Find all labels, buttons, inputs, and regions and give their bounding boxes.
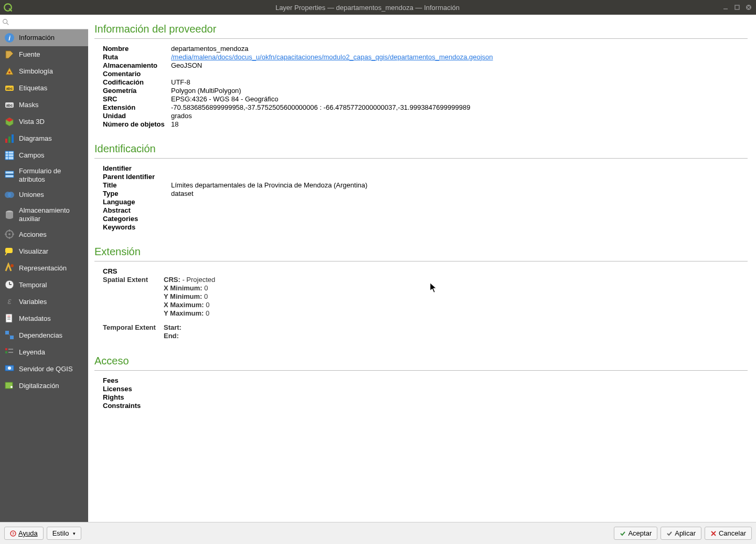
masks-icon: abc xyxy=(4,100,15,110)
svg-line-7 xyxy=(7,23,9,25)
label-type: Type xyxy=(103,190,171,197)
style-button[interactable]: Estilo ▾ xyxy=(47,527,82,540)
accept-button[interactable]: Aceptar xyxy=(614,527,657,540)
close-button[interactable] xyxy=(744,3,753,12)
svg-point-10 xyxy=(8,71,10,74)
label-crs: CRS xyxy=(103,267,171,275)
label-ruta: Ruta xyxy=(103,53,171,61)
sidebar-item-label: Almacenamiento auxiliar xyxy=(19,206,84,223)
sidebar-item-vista3d[interactable]: Vista 3D xyxy=(0,113,88,130)
value-unidad: grados xyxy=(171,112,192,120)
divider xyxy=(94,158,748,159)
sidebar-item-temporal[interactable]: Temporal xyxy=(0,276,88,293)
value-numobj: 18 xyxy=(171,120,178,128)
label-title: Title xyxy=(103,181,171,189)
sidebar-item-label: Uniones xyxy=(19,191,44,199)
sidebar-item-almacenamiento[interactable]: Almacenamiento auxiliar xyxy=(0,203,88,226)
sidebar-item-fuente[interactable]: Fuente xyxy=(0,46,88,63)
sidebar-item-formulario[interactable]: Formulario de atributos xyxy=(0,164,88,186)
sidebar-item-label: Masks xyxy=(19,101,39,109)
label-categories: Categories xyxy=(103,215,171,223)
svg-rect-47 xyxy=(5,351,7,353)
sidebar-item-label: Información xyxy=(19,34,55,42)
sidebar-item-etiquetas[interactable]: abc Etiquetas xyxy=(0,80,88,97)
sidebar-item-campos[interactable]: Campos xyxy=(0,147,88,164)
sidebar-item-informacion[interactable]: i Información xyxy=(0,29,88,46)
label-ymin: Y Minimum: xyxy=(164,292,202,300)
sidebar: i Información Fuente Simbología abc Etiq… xyxy=(0,15,88,522)
value-codificacion: UTF-8 xyxy=(171,78,190,86)
fields-icon xyxy=(4,150,15,161)
label-numobj: Número de objetos xyxy=(103,120,171,128)
sidebar-item-label: Simbología xyxy=(19,67,53,76)
label-temporal-extent: Temporal Extent xyxy=(103,323,164,340)
value-almacenamiento: GeoJSON xyxy=(171,61,202,69)
sidebar-item-metadatos[interactable]: Metadatos xyxy=(0,310,88,327)
svg-rect-16 xyxy=(8,137,10,143)
footer: ? Ayuda Estilo ▾ Aceptar Aplicar Cancela… xyxy=(0,522,756,544)
source-icon xyxy=(4,49,15,60)
section-title-extent: Extensión xyxy=(94,246,748,258)
info-icon: i xyxy=(4,33,15,43)
qgis-logo-icon xyxy=(3,3,13,12)
sidebar-item-dependencias[interactable]: Dependencias xyxy=(0,327,88,343)
sidebar-item-servidor[interactable]: Servidor de QGIS xyxy=(0,360,88,377)
sidebar-item-label: Etiquetas xyxy=(19,84,47,92)
sidebar-item-leyenda[interactable]: Leyenda xyxy=(0,343,88,360)
label-licenses: Licenses xyxy=(103,385,171,393)
help-button[interactable]: ? Ayuda xyxy=(4,527,44,540)
svg-rect-17 xyxy=(12,134,14,143)
sidebar-item-label: Dependencias xyxy=(19,331,62,340)
maximize-button[interactable] xyxy=(733,3,741,12)
label-almacenamiento: Almacenamiento xyxy=(103,61,171,69)
link-ruta[interactable]: /media/malena/docs/docus_u/okfn/capacita… xyxy=(171,53,493,61)
search-bar xyxy=(0,15,88,29)
style-label: Estilo xyxy=(52,529,69,537)
view3d-icon xyxy=(4,117,15,127)
label-nombre: Nombre xyxy=(103,45,171,53)
label-spatial-crs: CRS: xyxy=(164,276,180,284)
sidebar-item-label: Leyenda xyxy=(19,348,45,357)
divider xyxy=(94,261,748,261)
sidebar-item-diagramas[interactable]: Diagramas xyxy=(0,130,88,147)
svg-rect-32 xyxy=(12,234,14,235)
apply-button[interactable]: Aplicar xyxy=(661,527,701,540)
identification-table: Identifier Parent Identifier TitleLímite… xyxy=(103,164,748,231)
apply-label: Aplicar xyxy=(675,529,696,537)
value-xmin: 0 xyxy=(203,284,208,292)
chevron-down-icon: ▾ xyxy=(73,531,76,536)
label-start: Start: xyxy=(164,323,182,331)
sidebar-item-masks[interactable]: abc Masks xyxy=(0,97,88,113)
label-src: SRC xyxy=(103,95,171,103)
svg-rect-29 xyxy=(9,229,10,232)
svg-rect-46 xyxy=(5,348,7,350)
svg-rect-22 xyxy=(5,171,14,174)
sidebar-item-acciones[interactable]: Acciones xyxy=(0,226,88,243)
help-label: Ayuda xyxy=(18,529,38,537)
dialog-body: i Información Fuente Simbología abc Etiq… xyxy=(0,15,756,522)
sidebar-item-simbologia[interactable]: Simbología xyxy=(0,63,88,80)
svg-text:i: i xyxy=(8,34,10,42)
search-input[interactable] xyxy=(9,17,92,27)
svg-point-25 xyxy=(8,192,14,198)
value-extension: -70.5836856899999958,-37.575250560000000… xyxy=(171,103,470,111)
label-xmax: X Maximum: xyxy=(164,301,204,309)
sidebar-item-variables[interactable]: ε Variables xyxy=(0,293,88,310)
section-title-identification: Identificación xyxy=(94,143,748,155)
sidebar-item-uniones[interactable]: Uniones xyxy=(0,186,88,203)
sidebar-item-representacion[interactable]: Representación xyxy=(0,259,88,276)
minimize-button[interactable] xyxy=(721,3,730,12)
label-xmin: X Minimum: xyxy=(164,284,203,292)
cancel-button[interactable]: Cancelar xyxy=(705,527,752,540)
titlebar: Layer Properties — departamentos_mendoza… xyxy=(0,0,756,15)
value-ymax: 0 xyxy=(204,309,209,317)
cancel-label: Cancelar xyxy=(719,529,746,537)
sidebar-item-visualizar[interactable]: Visualizar xyxy=(0,243,88,259)
sidebar-item-label: Temporal xyxy=(19,281,47,289)
form-icon xyxy=(4,170,15,181)
metadata-icon xyxy=(4,313,15,323)
value-ymin: 0 xyxy=(202,292,208,300)
svg-point-28 xyxy=(8,233,10,235)
value-nombre: departamentos_mendoza xyxy=(171,45,248,53)
sidebar-item-digitalizacion[interactable]: Digitalización xyxy=(0,377,88,394)
